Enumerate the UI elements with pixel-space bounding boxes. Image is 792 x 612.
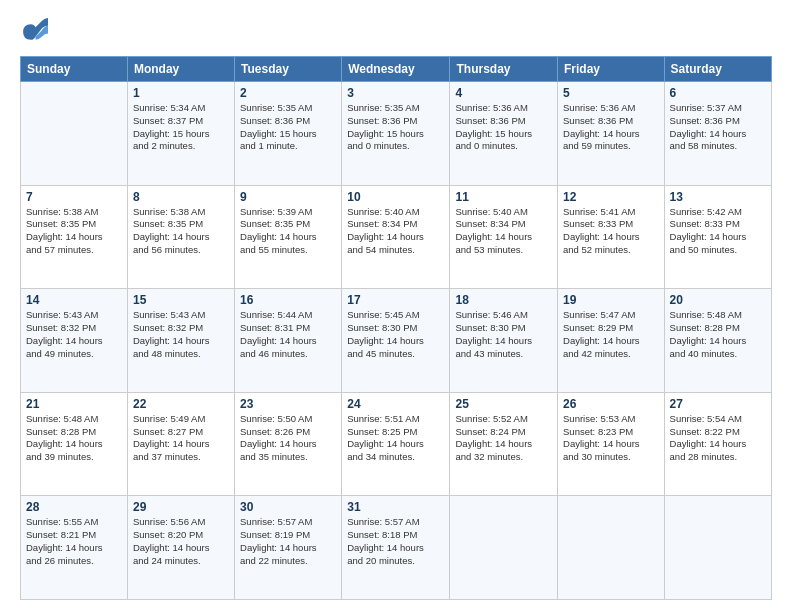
cell-content: Sunrise: 5:57 AM Sunset: 8:19 PM Dayligh…	[240, 516, 336, 567]
day-number: 17	[347, 293, 444, 307]
cell-content: Sunrise: 5:46 AM Sunset: 8:30 PM Dayligh…	[455, 309, 552, 360]
cell-content: Sunrise: 5:39 AM Sunset: 8:35 PM Dayligh…	[240, 206, 336, 257]
cell-content: Sunrise: 5:57 AM Sunset: 8:18 PM Dayligh…	[347, 516, 444, 567]
calendar-cell: 12Sunrise: 5:41 AM Sunset: 8:33 PM Dayli…	[558, 185, 665, 289]
calendar-cell: 3Sunrise: 5:35 AM Sunset: 8:36 PM Daylig…	[342, 82, 450, 186]
cell-content: Sunrise: 5:43 AM Sunset: 8:32 PM Dayligh…	[26, 309, 122, 360]
logo-icon	[20, 18, 48, 46]
week-row-1: 7Sunrise: 5:38 AM Sunset: 8:35 PM Daylig…	[21, 185, 772, 289]
day-number: 8	[133, 190, 229, 204]
cell-content: Sunrise: 5:52 AM Sunset: 8:24 PM Dayligh…	[455, 413, 552, 464]
cell-content: Sunrise: 5:40 AM Sunset: 8:34 PM Dayligh…	[347, 206, 444, 257]
day-number: 1	[133, 86, 229, 100]
cell-content: Sunrise: 5:54 AM Sunset: 8:22 PM Dayligh…	[670, 413, 766, 464]
calendar-cell: 13Sunrise: 5:42 AM Sunset: 8:33 PM Dayli…	[664, 185, 771, 289]
calendar-header: SundayMondayTuesdayWednesdayThursdayFrid…	[21, 57, 772, 82]
header-cell-thursday: Thursday	[450, 57, 558, 82]
week-row-3: 21Sunrise: 5:48 AM Sunset: 8:28 PM Dayli…	[21, 392, 772, 496]
day-number: 14	[26, 293, 122, 307]
cell-content: Sunrise: 5:48 AM Sunset: 8:28 PM Dayligh…	[26, 413, 122, 464]
page: SundayMondayTuesdayWednesdayThursdayFrid…	[0, 0, 792, 612]
header-cell-wednesday: Wednesday	[342, 57, 450, 82]
calendar-body: 1Sunrise: 5:34 AM Sunset: 8:37 PM Daylig…	[21, 82, 772, 600]
calendar-cell: 5Sunrise: 5:36 AM Sunset: 8:36 PM Daylig…	[558, 82, 665, 186]
calendar-cell: 8Sunrise: 5:38 AM Sunset: 8:35 PM Daylig…	[127, 185, 234, 289]
cell-content: Sunrise: 5:37 AM Sunset: 8:36 PM Dayligh…	[670, 102, 766, 153]
day-number: 19	[563, 293, 659, 307]
header	[20, 18, 772, 46]
calendar-cell: 21Sunrise: 5:48 AM Sunset: 8:28 PM Dayli…	[21, 392, 128, 496]
cell-content: Sunrise: 5:49 AM Sunset: 8:27 PM Dayligh…	[133, 413, 229, 464]
calendar-cell: 14Sunrise: 5:43 AM Sunset: 8:32 PM Dayli…	[21, 289, 128, 393]
cell-content: Sunrise: 5:38 AM Sunset: 8:35 PM Dayligh…	[26, 206, 122, 257]
day-number: 9	[240, 190, 336, 204]
calendar-cell: 7Sunrise: 5:38 AM Sunset: 8:35 PM Daylig…	[21, 185, 128, 289]
day-number: 13	[670, 190, 766, 204]
calendar-cell: 29Sunrise: 5:56 AM Sunset: 8:20 PM Dayli…	[127, 496, 234, 600]
cell-content: Sunrise: 5:35 AM Sunset: 8:36 PM Dayligh…	[240, 102, 336, 153]
header-cell-sunday: Sunday	[21, 57, 128, 82]
day-number: 21	[26, 397, 122, 411]
calendar-cell: 6Sunrise: 5:37 AM Sunset: 8:36 PM Daylig…	[664, 82, 771, 186]
day-number: 4	[455, 86, 552, 100]
day-number: 27	[670, 397, 766, 411]
calendar-cell: 31Sunrise: 5:57 AM Sunset: 8:18 PM Dayli…	[342, 496, 450, 600]
calendar-cell: 28Sunrise: 5:55 AM Sunset: 8:21 PM Dayli…	[21, 496, 128, 600]
cell-content: Sunrise: 5:42 AM Sunset: 8:33 PM Dayligh…	[670, 206, 766, 257]
day-number: 22	[133, 397, 229, 411]
day-number: 16	[240, 293, 336, 307]
day-number: 2	[240, 86, 336, 100]
cell-content: Sunrise: 5:35 AM Sunset: 8:36 PM Dayligh…	[347, 102, 444, 153]
cell-content: Sunrise: 5:53 AM Sunset: 8:23 PM Dayligh…	[563, 413, 659, 464]
calendar-cell	[664, 496, 771, 600]
calendar-cell: 30Sunrise: 5:57 AM Sunset: 8:19 PM Dayli…	[235, 496, 342, 600]
header-cell-friday: Friday	[558, 57, 665, 82]
cell-content: Sunrise: 5:44 AM Sunset: 8:31 PM Dayligh…	[240, 309, 336, 360]
cell-content: Sunrise: 5:36 AM Sunset: 8:36 PM Dayligh…	[563, 102, 659, 153]
calendar-cell: 4Sunrise: 5:36 AM Sunset: 8:36 PM Daylig…	[450, 82, 558, 186]
calendar-cell	[450, 496, 558, 600]
week-row-4: 28Sunrise: 5:55 AM Sunset: 8:21 PM Dayli…	[21, 496, 772, 600]
week-row-0: 1Sunrise: 5:34 AM Sunset: 8:37 PM Daylig…	[21, 82, 772, 186]
day-number: 12	[563, 190, 659, 204]
calendar-table: SundayMondayTuesdayWednesdayThursdayFrid…	[20, 56, 772, 600]
calendar-cell	[21, 82, 128, 186]
cell-content: Sunrise: 5:43 AM Sunset: 8:32 PM Dayligh…	[133, 309, 229, 360]
day-number: 18	[455, 293, 552, 307]
calendar-cell: 23Sunrise: 5:50 AM Sunset: 8:26 PM Dayli…	[235, 392, 342, 496]
calendar-cell: 24Sunrise: 5:51 AM Sunset: 8:25 PM Dayli…	[342, 392, 450, 496]
day-number: 28	[26, 500, 122, 514]
cell-content: Sunrise: 5:38 AM Sunset: 8:35 PM Dayligh…	[133, 206, 229, 257]
calendar-cell: 2Sunrise: 5:35 AM Sunset: 8:36 PM Daylig…	[235, 82, 342, 186]
calendar-cell	[558, 496, 665, 600]
day-number: 20	[670, 293, 766, 307]
day-number: 31	[347, 500, 444, 514]
cell-content: Sunrise: 5:50 AM Sunset: 8:26 PM Dayligh…	[240, 413, 336, 464]
calendar-cell: 1Sunrise: 5:34 AM Sunset: 8:37 PM Daylig…	[127, 82, 234, 186]
day-number: 6	[670, 86, 766, 100]
cell-content: Sunrise: 5:55 AM Sunset: 8:21 PM Dayligh…	[26, 516, 122, 567]
day-number: 7	[26, 190, 122, 204]
calendar-cell: 9Sunrise: 5:39 AM Sunset: 8:35 PM Daylig…	[235, 185, 342, 289]
calendar-cell: 20Sunrise: 5:48 AM Sunset: 8:28 PM Dayli…	[664, 289, 771, 393]
day-number: 11	[455, 190, 552, 204]
header-cell-saturday: Saturday	[664, 57, 771, 82]
calendar-cell: 16Sunrise: 5:44 AM Sunset: 8:31 PM Dayli…	[235, 289, 342, 393]
cell-content: Sunrise: 5:36 AM Sunset: 8:36 PM Dayligh…	[455, 102, 552, 153]
day-number: 3	[347, 86, 444, 100]
logo	[20, 18, 52, 46]
day-number: 26	[563, 397, 659, 411]
calendar-cell: 25Sunrise: 5:52 AM Sunset: 8:24 PM Dayli…	[450, 392, 558, 496]
day-number: 10	[347, 190, 444, 204]
cell-content: Sunrise: 5:56 AM Sunset: 8:20 PM Dayligh…	[133, 516, 229, 567]
calendar-cell: 17Sunrise: 5:45 AM Sunset: 8:30 PM Dayli…	[342, 289, 450, 393]
calendar-cell: 11Sunrise: 5:40 AM Sunset: 8:34 PM Dayli…	[450, 185, 558, 289]
day-number: 30	[240, 500, 336, 514]
cell-content: Sunrise: 5:45 AM Sunset: 8:30 PM Dayligh…	[347, 309, 444, 360]
calendar-cell: 27Sunrise: 5:54 AM Sunset: 8:22 PM Dayli…	[664, 392, 771, 496]
calendar-cell: 10Sunrise: 5:40 AM Sunset: 8:34 PM Dayli…	[342, 185, 450, 289]
cell-content: Sunrise: 5:41 AM Sunset: 8:33 PM Dayligh…	[563, 206, 659, 257]
cell-content: Sunrise: 5:48 AM Sunset: 8:28 PM Dayligh…	[670, 309, 766, 360]
calendar-cell: 15Sunrise: 5:43 AM Sunset: 8:32 PM Dayli…	[127, 289, 234, 393]
calendar-cell: 18Sunrise: 5:46 AM Sunset: 8:30 PM Dayli…	[450, 289, 558, 393]
